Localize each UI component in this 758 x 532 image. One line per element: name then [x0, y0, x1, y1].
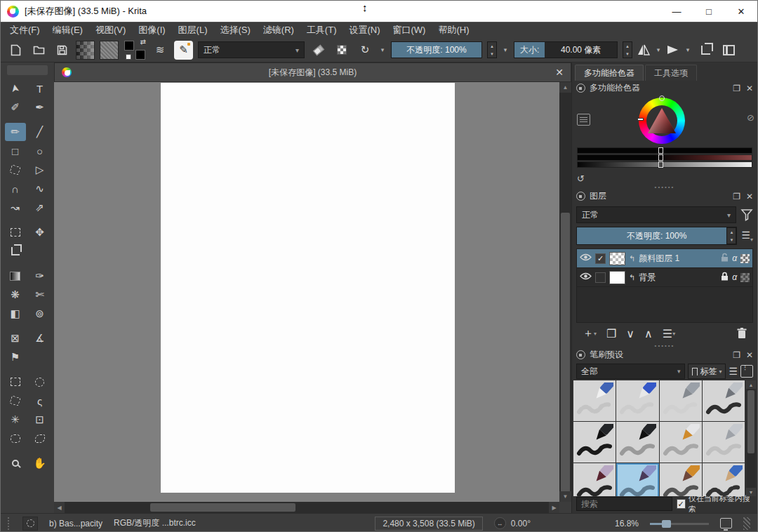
layer-lock-icon[interactable] [721, 272, 729, 283]
dynamic-brush-tool[interactable]: ↝ [5, 199, 26, 217]
horizontal-scrollbar-thumb[interactable] [150, 503, 295, 512]
layer-properties-button[interactable]: ☰▾ [659, 324, 679, 343]
canvas-paper[interactable] [161, 83, 455, 493]
size-spinner[interactable]: ▲▼ [623, 41, 632, 58]
move-layer-down-button[interactable]: ∨ [623, 324, 638, 343]
layer-lock-icon[interactable] [721, 253, 729, 264]
smart-patch-tool[interactable]: ✄ [29, 286, 51, 304]
menu-item[interactable]: 文件(F) [4, 22, 46, 38]
bezier-selection-tool[interactable] [5, 430, 26, 448]
scroll-up-icon[interactable]: ▲ [559, 82, 571, 93]
layer-visibility-icon[interactable] [580, 272, 592, 282]
crop-tool[interactable] [5, 242, 26, 260]
menu-item[interactable]: 帮助(H) [432, 22, 475, 38]
contiguous-selection-tool[interactable]: ✳ [5, 411, 26, 429]
elliptical-selection-tool[interactable] [29, 373, 51, 391]
chevron-down-icon[interactable]: ▾ [502, 46, 509, 53]
close-docker-icon[interactable]: ✕ [746, 84, 753, 93]
close-button[interactable]: ✕ [725, 1, 757, 22]
multibrush-tool[interactable]: ⇗ [29, 199, 51, 217]
move-layer-up-button[interactable]: ∧ [641, 324, 656, 343]
brush-preset-button[interactable]: ✎ [174, 41, 193, 60]
brush-preset-eraser-block[interactable] [573, 380, 616, 421]
measure-tool[interactable]: ∡ [29, 329, 51, 347]
rectangular-selection-tool[interactable] [5, 373, 26, 391]
magnetic-selection-tool[interactable] [29, 430, 51, 448]
freehand-path-tool[interactable]: ∿ [29, 180, 51, 198]
sv-triangle[interactable] [646, 107, 677, 135]
zoom-slider-handle[interactable] [662, 520, 671, 528]
layer-opacity-slider[interactable]: 不透明度: 100% ▲▼ [576, 227, 737, 245]
brush-preset-eraser-pen[interactable] [616, 380, 658, 421]
horizontal-scrollbar[interactable]: ◀ ▶ [54, 502, 559, 513]
polygonal-selection-tool[interactable] [5, 392, 26, 410]
layer-row[interactable]: ↰背景α [577, 268, 752, 287]
swap-colors-icon[interactable]: ⇄ [140, 38, 146, 46]
inherit-alpha-icon[interactable] [740, 254, 750, 263]
image-size-label[interactable]: 2,480 x 3,508 (33.5 MiB) [375, 517, 482, 531]
scroll-down-icon[interactable]: ▼ [559, 491, 571, 502]
rectangle-tool[interactable]: □ [5, 142, 26, 160]
edit-shapes-tool[interactable]: ✐ [5, 98, 26, 117]
zoom-level-label[interactable]: 16.8% [615, 519, 639, 528]
mirror-horizontal-button[interactable] [637, 44, 650, 55]
menu-item[interactable]: 编辑(E) [46, 22, 89, 38]
menu-item[interactable]: 滤镜(R) [257, 22, 300, 38]
document-close-icon[interactable]: ✕ [555, 67, 564, 78]
assistants-tool[interactable]: ⊠ [5, 329, 26, 347]
polyline-tool[interactable]: ▷ [29, 161, 51, 179]
colorize-mask-tool[interactable]: ❋ [5, 286, 26, 304]
scroll-up-icon[interactable]: ▲ [746, 380, 756, 389]
layer-opacity-spinner[interactable]: ▲▼ [726, 227, 736, 244]
display-mode-menu-icon[interactable]: ☰ [729, 366, 738, 377]
brush-preset-ink-pen-rough[interactable] [616, 422, 658, 463]
reload-preset-button[interactable]: ↻ [356, 41, 374, 59]
inherit-alpha-icon[interactable] [740, 273, 750, 282]
minimize-button[interactable]: — [660, 1, 693, 22]
chevron-down-icon[interactable]: ▾ [684, 46, 691, 53]
scroll-right-icon[interactable]: ▶ [549, 502, 559, 513]
add-layer-button[interactable]: ＋▾ [579, 324, 600, 343]
layer-row[interactable]: ✓↰颜料图层 1α [577, 249, 752, 268]
window-resize-grip[interactable] [743, 517, 750, 530]
zoom-slider[interactable] [650, 519, 709, 528]
brush-size-slider[interactable]: 大小: 40.00 像素 [514, 41, 618, 58]
layer-thumbnail[interactable] [609, 271, 625, 284]
brush-search-input[interactable]: 搜索 [576, 497, 672, 511]
menu-item[interactable]: 窗口(W) [387, 22, 432, 38]
brush-preset-ink-ballpen[interactable] [660, 422, 702, 463]
layer-blending-mode-combo[interactable]: 正常 ▾ [576, 206, 736, 223]
brush-preset-paint-blender[interactable] [573, 463, 616, 496]
hue-ring[interactable] [639, 98, 685, 144]
layer-alpha-icon[interactable]: α [732, 272, 737, 282]
lock-docker-icon[interactable] [576, 192, 585, 201]
reference-images-tool[interactable]: ⚑ [5, 348, 26, 366]
foreground-color-swatch[interactable] [124, 41, 134, 51]
current-brush-name[interactable]: b) Bas...pacity [49, 519, 102, 528]
calligraphy-tool[interactable]: ✒ [29, 98, 51, 117]
opacity-spinner[interactable]: ▲▼ [487, 41, 497, 58]
open-document-button[interactable] [29, 41, 48, 59]
layer-visibility-icon[interactable] [580, 253, 592, 263]
preset-details-icon[interactable] [740, 365, 753, 378]
crop-frame-button[interactable] [696, 41, 714, 59]
document-tab[interactable]: [未保存图像] (33.5 MiB) ✕ [54, 62, 571, 82]
new-document-button[interactable] [6, 41, 25, 59]
delete-layer-button[interactable] [733, 324, 750, 343]
freehand-brush-tool[interactable]: ✏ [5, 123, 26, 141]
shade-bar-2[interactable] [577, 154, 752, 161]
pan-tool[interactable]: ✋ [29, 454, 51, 472]
menu-item[interactable]: 工具(T) [300, 22, 343, 38]
filter-funnel-icon[interactable] [740, 208, 753, 221]
rotation-value[interactable]: 0.00° [511, 519, 531, 528]
text-tool[interactable]: T [29, 79, 51, 98]
brush-preset-ink-gpen[interactable] [573, 422, 616, 463]
layer-name[interactable]: 颜料图层 1 [639, 253, 717, 265]
scroll-down-icon[interactable]: ▼ [746, 488, 756, 496]
shade-bar-3[interactable] [577, 161, 752, 168]
lock-docker-icon[interactable] [576, 350, 585, 359]
checkbox-checked-icon[interactable]: ✓ [677, 499, 686, 509]
preserve-alpha-button[interactable] [333, 41, 351, 59]
menu-item[interactable]: 选择(S) [213, 22, 256, 38]
float-docker-icon[interactable]: ❐ [733, 84, 740, 93]
